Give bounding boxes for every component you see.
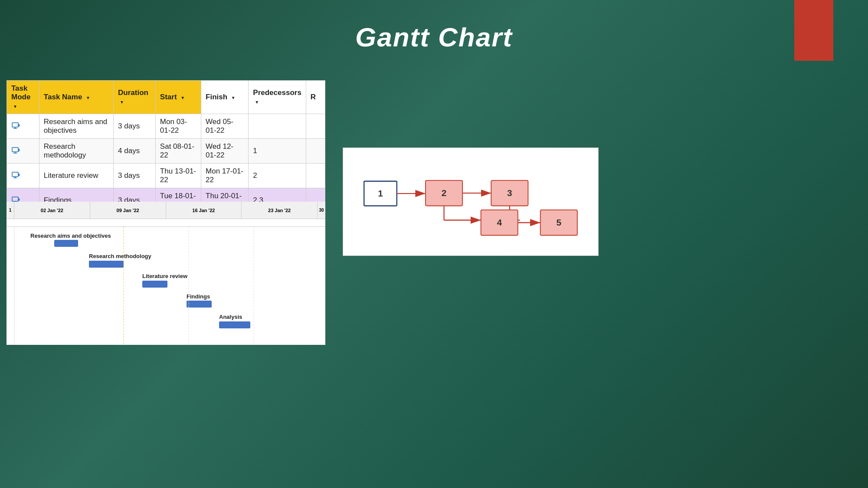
col-header-task-mode[interactable]: TaskMode ▼ bbox=[7, 81, 39, 114]
timeline-09jan: 09 Jan '22 bbox=[90, 202, 166, 219]
nd-label-2: 2 bbox=[442, 188, 447, 198]
svg-rect-8 bbox=[12, 172, 18, 177]
gantt-bar-5 bbox=[219, 321, 250, 328]
col-header-finish[interactable]: Finish ▼ bbox=[201, 81, 249, 114]
finish-cell: Wed 05-01-22 bbox=[201, 114, 249, 139]
task-mode-icon bbox=[11, 121, 21, 130]
nd-label-4: 4 bbox=[497, 217, 502, 227]
page-title: Gantt Chart bbox=[0, 22, 868, 52]
table-row: Research methodology4 daysSat 08-01-22We… bbox=[7, 139, 325, 164]
gantt-label-5: Analysis bbox=[219, 314, 242, 320]
timeline-23jan: 23 Jan '22 bbox=[242, 202, 318, 219]
table-row: Literature review3 daysThu 13-01-22Mon 1… bbox=[7, 164, 325, 188]
svg-rect-0 bbox=[12, 123, 18, 127]
task-mode-icon bbox=[11, 170, 21, 180]
r-cell bbox=[306, 139, 325, 164]
task-mode-cell bbox=[7, 164, 39, 188]
duration-cell: 3 days bbox=[114, 164, 156, 188]
nd-label-1: 1 bbox=[378, 188, 383, 198]
start-cell: Thu 13-01-22 bbox=[155, 164, 201, 188]
task-mode-cell bbox=[7, 114, 39, 139]
duration-cell: 4 days bbox=[114, 139, 156, 164]
r-cell bbox=[306, 164, 325, 188]
predecessors-cell: 1 bbox=[249, 139, 306, 164]
table-row: Research aims and objectives3 daysMon 03… bbox=[7, 114, 325, 139]
timeline-start: 1 bbox=[7, 202, 14, 219]
svg-rect-12 bbox=[12, 197, 18, 201]
timeline-16jan: 16 Jan '22 bbox=[166, 202, 242, 219]
day-labels-row bbox=[7, 219, 325, 227]
gantt-bars-svg: Research aims and objectives Research me… bbox=[7, 227, 325, 345]
nd-label-5: 5 bbox=[556, 217, 561, 227]
task-name-cell: Literature review bbox=[39, 164, 113, 188]
predecessors-cell bbox=[249, 114, 306, 139]
gantt-bar-4 bbox=[187, 301, 212, 308]
network-diagram-panel: 1 2 3 4 5 bbox=[343, 147, 599, 256]
col-header-duration[interactable]: Duration ▼ bbox=[114, 81, 156, 114]
finish-cell: Mon 17-01-22 bbox=[201, 164, 249, 188]
gantt-bar-1 bbox=[54, 240, 78, 247]
r-cell bbox=[306, 114, 325, 139]
task-mode-cell bbox=[7, 139, 39, 164]
col-header-task-name[interactable]: Task Name ▼ bbox=[39, 81, 113, 114]
duration-cell: 3 days bbox=[114, 114, 156, 139]
task-name-cell: Research methodology bbox=[39, 139, 113, 164]
gantt-label-3: Literature review bbox=[142, 273, 188, 279]
task-name-cell: Research aims and objectives bbox=[39, 114, 113, 139]
gantt-bar-3 bbox=[142, 281, 167, 288]
col-header-predecessors[interactable]: Predecessors ▼ bbox=[249, 81, 306, 114]
gantt-label-1: Research aims and objectives bbox=[30, 233, 111, 239]
timeline-02jan: 02 Jan '22 bbox=[14, 202, 90, 219]
gantt-label-2: Research methodology bbox=[89, 253, 152, 259]
svg-rect-4 bbox=[12, 147, 18, 152]
start-cell: Sat 08-01-22 bbox=[155, 139, 201, 164]
finish-cell: Wed 12-01-22 bbox=[201, 139, 249, 164]
gantt-bar-2 bbox=[89, 261, 124, 268]
col-header-r[interactable]: R bbox=[306, 81, 325, 114]
predecessors-cell: 2 bbox=[249, 164, 306, 188]
gantt-chart-area: 1 02 Jan '22 09 Jan '22 16 Jan '22 23 Ja… bbox=[7, 202, 325, 345]
start-cell: Mon 03-01-22 bbox=[155, 114, 201, 139]
task-mode-icon bbox=[11, 145, 21, 155]
network-diagram-svg: 1 2 3 4 5 bbox=[352, 157, 590, 247]
nd-label-3: 3 bbox=[507, 188, 512, 198]
col-header-start[interactable]: Start ▼ bbox=[155, 81, 201, 114]
gantt-label-4: Findings bbox=[187, 293, 210, 300]
timeline-end: 30 bbox=[318, 202, 325, 219]
